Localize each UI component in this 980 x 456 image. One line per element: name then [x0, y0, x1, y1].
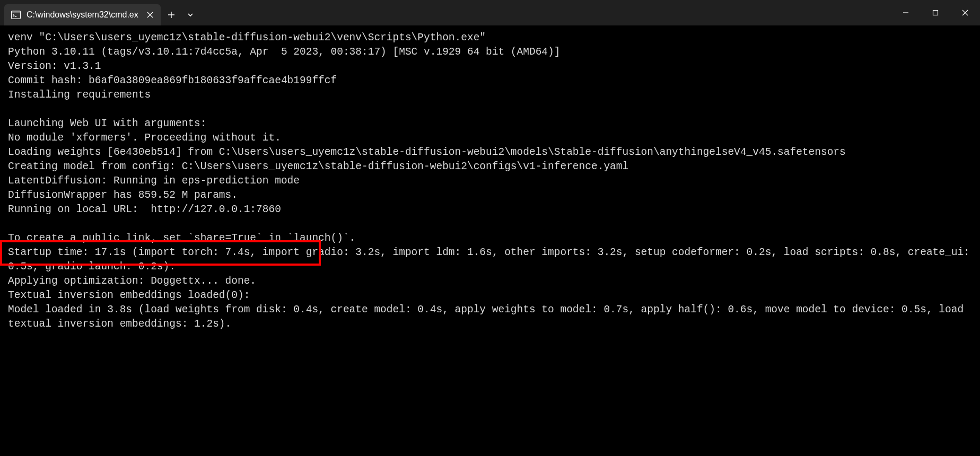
window-controls: [891, 0, 980, 25]
maximize-button[interactable]: [921, 0, 950, 25]
terminal-content[interactable]: venv "C:\Users\users_uyemc1z\stable-diff…: [0, 25, 980, 456]
new-tab-button[interactable]: [161, 4, 182, 25]
terminal-tab[interactable]: C:\windows\system32\cmd.ex: [4, 4, 161, 25]
svg-rect-2: [933, 11, 938, 15]
terminal-output: venv "C:\Users\users_uyemc1z\stable-diff…: [8, 31, 972, 331]
svg-rect-1: [12, 11, 21, 13]
tab-title: C:\windows\system32\cmd.ex: [27, 10, 138, 20]
close-window-button[interactable]: [950, 0, 980, 25]
title-bar: C:\windows\system32\cmd.ex: [0, 0, 980, 25]
cmd-icon: [11, 10, 21, 20]
minimize-button[interactable]: [891, 0, 921, 25]
titlebar-left: C:\windows\system32\cmd.ex: [0, 0, 199, 25]
tabs-dropdown-button[interactable]: [182, 4, 199, 25]
tab-close-button[interactable]: [144, 8, 156, 21]
